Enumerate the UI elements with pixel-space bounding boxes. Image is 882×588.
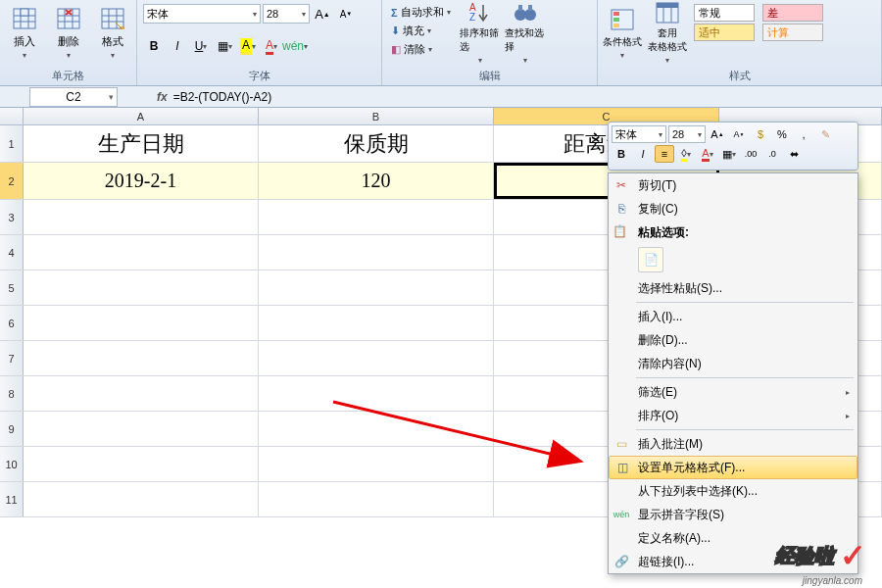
row-header-1[interactable]: 1 bbox=[0, 125, 24, 162]
format-cells-icon bbox=[99, 5, 126, 32]
row-header-9[interactable]: 9 bbox=[0, 412, 24, 446]
chevron-right-icon: ▸ bbox=[846, 412, 850, 420]
comma-icon[interactable]: , bbox=[794, 125, 813, 143]
binoculars-icon bbox=[512, 1, 539, 24]
bold-button[interactable]: B bbox=[612, 145, 631, 163]
fill-color-button[interactable]: A▾ bbox=[237, 36, 259, 56]
ctx-pick-from-list[interactable]: 从下拉列表中选择(K)... bbox=[609, 479, 858, 503]
row-header-2[interactable]: 2 bbox=[0, 163, 24, 199]
formula-bar: C2 fx =B2-(TODAY()-A2) bbox=[0, 86, 882, 108]
decrease-font-icon[interactable]: A▼ bbox=[335, 4, 357, 24]
ctx-sort[interactable]: 排序(O)▸ bbox=[609, 404, 858, 427]
scissors-icon: ✂ bbox=[612, 176, 630, 194]
svg-rect-26 bbox=[613, 18, 619, 22]
row-header-10[interactable]: 10 bbox=[0, 447, 24, 481]
autosum-button[interactable]: Σ自动求和 ▾ bbox=[388, 4, 454, 21]
find-select-button[interactable]: 查找和选择 ▾ bbox=[505, 2, 546, 63]
chevron-down-icon: ▾ bbox=[111, 51, 115, 60]
cell-a1[interactable]: 生产日期 bbox=[24, 125, 259, 162]
formula-input[interactable]: =B2-(TODAY()-A2) bbox=[173, 90, 272, 104]
ctx-insert-comment[interactable]: ▭插入批注(M) bbox=[609, 432, 858, 456]
border-button[interactable]: ▦ ▾ bbox=[214, 36, 235, 56]
conditional-format-button[interactable]: 条件格式 ▾ bbox=[602, 2, 643, 63]
style-bad[interactable]: 差 bbox=[762, 4, 823, 22]
cell-a2[interactable]: 2019-2-1 bbox=[24, 163, 259, 199]
ctx-phonetic[interactable]: wén显示拼音字段(S) bbox=[609, 503, 858, 526]
mini-font-select[interactable]: 宋体▾ bbox=[612, 125, 666, 143]
font-size-select[interactable]: 28▾ bbox=[263, 4, 310, 24]
row-header-11[interactable]: 11 bbox=[0, 482, 24, 516]
format-painter-icon[interactable]: ✎ bbox=[815, 125, 835, 143]
cell-b2[interactable]: 120 bbox=[259, 163, 494, 199]
percent-icon[interactable]: % bbox=[772, 125, 792, 143]
format-button[interactable]: 格式 ▾ bbox=[92, 2, 132, 63]
ctx-paste-options-label: 📋粘贴选项: bbox=[609, 220, 858, 243]
delete-cells-icon bbox=[55, 5, 82, 32]
fill-button[interactable]: ⬇填充 ▾ bbox=[388, 23, 454, 39]
row-header-6[interactable]: 6 bbox=[0, 306, 24, 340]
svg-rect-22 bbox=[518, 5, 522, 11]
ctx-paste-special[interactable]: 选择性粘贴(S)... bbox=[609, 276, 858, 300]
style-neutral[interactable]: 适中 bbox=[694, 24, 755, 41]
row-header-5[interactable]: 5 bbox=[0, 270, 24, 305]
ctx-format-cells[interactable]: ◫设置单元格格式(F)... bbox=[609, 456, 858, 479]
watermark: 经验啦 ✓ bbox=[775, 537, 866, 574]
currency-icon[interactable]: $ bbox=[751, 125, 770, 143]
ctx-clear[interactable]: 清除内容(N) bbox=[609, 352, 858, 375]
bold-button[interactable]: B bbox=[143, 36, 165, 56]
col-header-b[interactable]: B bbox=[259, 108, 494, 124]
hyperlink-icon: 🔗 bbox=[612, 553, 630, 570]
table-format-button[interactable]: 套用 表格格式 ▾ bbox=[647, 2, 688, 63]
row-header-3[interactable]: 3 bbox=[0, 200, 24, 234]
row-header-4[interactable]: 4 bbox=[0, 235, 24, 270]
group-label-styles: 样式 bbox=[602, 67, 877, 85]
increase-font-icon[interactable]: A▲ bbox=[708, 125, 727, 143]
phonetic-button[interactable]: wén▾ bbox=[284, 36, 306, 56]
chevron-right-icon: ▸ bbox=[846, 388, 850, 397]
sort-filter-icon: AZ bbox=[466, 1, 494, 24]
ribbon-group-cells: 插入 ▾ 删除 ▾ 格式 ▾ 单元格 bbox=[0, 0, 137, 85]
mini-size-select[interactable]: 28▾ bbox=[668, 125, 706, 143]
fx-icon[interactable]: fx bbox=[157, 90, 168, 104]
ctx-delete[interactable]: 删除(D)... bbox=[609, 328, 858, 352]
format-cells-icon: ◫ bbox=[613, 459, 631, 476]
merge-icon[interactable]: ⬌ bbox=[784, 145, 804, 163]
italic-button[interactable]: I bbox=[167, 36, 188, 56]
row-header-7[interactable]: 7 bbox=[0, 341, 24, 375]
ctx-copy[interactable]: ⎘复制(C) bbox=[609, 197, 858, 220]
italic-button[interactable]: I bbox=[633, 145, 653, 163]
find-select-label: 查找和选择 bbox=[505, 26, 546, 54]
paste-option-default[interactable]: 📄 bbox=[638, 247, 663, 272]
insert-button[interactable]: 插入 ▾ bbox=[4, 2, 44, 63]
underline-button[interactable]: U ▾ bbox=[190, 36, 212, 56]
style-normal[interactable]: 常规 bbox=[694, 4, 755, 22]
ribbon-group-edit: Σ自动求和 ▾ ⬇填充 ▾ ◧清除 ▾ AZ 排序和筛选 ▾ 查找和选择 ▾ 编… bbox=[382, 0, 598, 85]
col-header-a[interactable]: A bbox=[24, 108, 259, 124]
delete-button[interactable]: 删除 ▾ bbox=[48, 2, 88, 63]
clear-button[interactable]: ◧清除 ▾ bbox=[388, 41, 454, 58]
group-label-cells: 单元格 bbox=[4, 67, 132, 85]
row-header-8[interactable]: 8 bbox=[0, 376, 24, 411]
style-calc[interactable]: 计算 bbox=[762, 24, 823, 41]
name-box[interactable]: C2 bbox=[29, 87, 118, 107]
ctx-cut[interactable]: ✂剪切(T) bbox=[609, 173, 858, 197]
ctx-filter[interactable]: 筛选(E)▸ bbox=[609, 380, 858, 404]
ribbon-group-styles: 条件格式 ▾ 套用 表格格式 ▾ 常规 适中 差 计算 样式 bbox=[598, 0, 882, 85]
ctx-insert[interactable]: 插入(I)... bbox=[609, 305, 858, 328]
clipboard-icon: 📋 bbox=[612, 224, 627, 238]
decrease-decimal-icon[interactable]: .0 bbox=[762, 145, 782, 163]
font-name-select[interactable]: 宋体▾ bbox=[143, 4, 261, 24]
font-color-button[interactable]: A▾ bbox=[261, 36, 282, 56]
border-button[interactable]: ▦▾ bbox=[719, 145, 739, 163]
cell-b1[interactable]: 保质期 bbox=[259, 125, 494, 162]
decrease-font-icon[interactable]: A▼ bbox=[729, 125, 749, 143]
group-label-font: 字体 bbox=[141, 67, 377, 85]
increase-font-icon[interactable]: A▲ bbox=[312, 4, 333, 24]
sort-filter-button[interactable]: AZ 排序和筛选 ▾ bbox=[460, 2, 501, 63]
increase-decimal-icon[interactable]: .00 bbox=[741, 145, 760, 163]
comment-icon: ▭ bbox=[612, 435, 630, 453]
fill-color-button[interactable]: ◊▾ bbox=[676, 145, 696, 163]
select-all-corner[interactable] bbox=[0, 108, 24, 124]
font-color-button[interactable]: A▾ bbox=[698, 145, 717, 163]
align-center-button[interactable]: ≡ bbox=[655, 145, 674, 163]
